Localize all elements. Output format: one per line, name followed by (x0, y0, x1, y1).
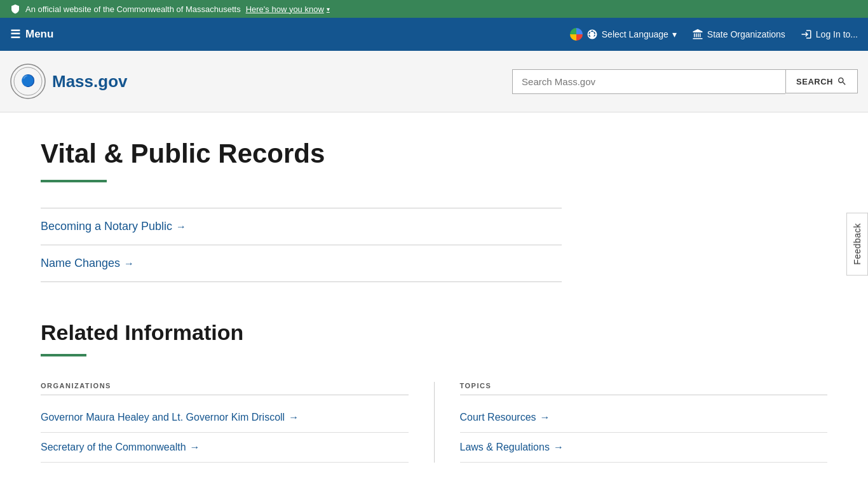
search-icon (837, 76, 847, 86)
becoming-notary-label: Becoming a Notary Public (41, 220, 172, 233)
arrow-icon: → (176, 221, 186, 233)
related-title-underline (41, 354, 86, 356)
becoming-notary-link[interactable]: Becoming a Notary Public → (41, 220, 562, 233)
how-to-know-link[interactable]: Here's how you know ▾ (246, 4, 330, 14)
state-organizations-label: State Organizations (707, 29, 785, 39)
nav-right: Select Language ▾ State Organizations Lo… (570, 28, 858, 41)
feedback-label: Feedback (852, 223, 862, 264)
select-language-item[interactable]: Select Language ▾ (570, 28, 677, 41)
list-item: Becoming a Notary Public → (41, 208, 562, 245)
google-translate-icon (570, 28, 583, 41)
select-language-label: Select Language (602, 29, 668, 39)
related-information-title: Related Information (41, 320, 827, 345)
search-button[interactable]: SEARCH (785, 69, 858, 93)
governor-link[interactable]: Governor Maura Healey and Lt. Governor K… (41, 412, 409, 423)
court-resources-label: Court Resources (460, 412, 536, 423)
name-changes-label: Name Changes (41, 257, 120, 270)
how-to-know-label: Here's how you know (246, 4, 324, 14)
ma-seal-icon: 🔵 (10, 64, 46, 99)
topics-column: TOPICS Court Resources → Laws & Regulati… (434, 382, 828, 463)
search-input[interactable] (512, 69, 785, 94)
state-organizations-item[interactable]: State Organizations (692, 29, 785, 40)
arrow-icon: → (540, 412, 550, 423)
list-item: Laws & Regulations → (460, 433, 828, 463)
login-label: Log In to... (816, 29, 858, 39)
login-item[interactable]: Log In to... (801, 29, 858, 40)
globe-icon (587, 29, 598, 40)
official-text: An official website of the Commonwealth … (25, 4, 241, 14)
list-item: Court Resources → (460, 403, 828, 433)
login-icon (801, 29, 812, 40)
nav-left: ☰ Menu (10, 27, 53, 41)
main-content: Vital & Public Records Becoming a Notary… (0, 112, 868, 488)
related-grid: ORGANIZATIONS Governor Maura Healey and … (41, 382, 827, 463)
page-title: Vital & Public Records (41, 138, 827, 170)
building-icon (692, 29, 703, 40)
links-list: Becoming a Notary Public → Name Changes … (41, 208, 562, 282)
menu-button[interactable]: ☰ Menu (10, 27, 53, 41)
related-information-section: Related Information ORGANIZATIONS Govern… (41, 320, 827, 463)
search-button-label: SEARCH (796, 77, 833, 86)
secretary-label: Secretary of the Commonwealth (41, 442, 186, 453)
title-underline (41, 180, 107, 182)
list-item: Name Changes → (41, 245, 562, 282)
site-logo[interactable]: 🔵 Mass.gov (10, 64, 128, 99)
secretary-link[interactable]: Secretary of the Commonwealth → (41, 442, 409, 453)
feedback-tab[interactable]: Feedback (846, 212, 868, 275)
arrow-icon: → (190, 442, 200, 453)
name-changes-link[interactable]: Name Changes → (41, 257, 562, 270)
organizations-column: ORGANIZATIONS Governor Maura Healey and … (41, 382, 434, 463)
list-item: Secretary of the Commonwealth → (41, 433, 409, 463)
arrow-icon: → (553, 442, 564, 453)
search-area: SEARCH (512, 69, 858, 94)
court-resources-link[interactable]: Court Resources → (460, 412, 828, 423)
shield-icon (10, 4, 20, 14)
organizations-heading: ORGANIZATIONS (41, 382, 409, 395)
topics-heading: TOPICS (460, 382, 828, 395)
site-name: Mass.gov (52, 72, 128, 92)
svg-text:🔵: 🔵 (21, 74, 36, 88)
arrow-icon: → (124, 258, 134, 269)
arrow-icon: → (288, 412, 299, 423)
governor-label: Governor Maura Healey and Lt. Governor K… (41, 412, 285, 423)
hamburger-icon: ☰ (10, 27, 20, 41)
nav-bar: ☰ Menu Select Language ▾ State Organizat… (0, 18, 868, 51)
site-header: 🔵 Mass.gov SEARCH (0, 51, 868, 112)
menu-label: Menu (25, 28, 53, 41)
laws-regulations-link[interactable]: Laws & Regulations → (460, 442, 828, 453)
list-item: Governor Maura Healey and Lt. Governor K… (41, 403, 409, 433)
language-chevron-icon: ▾ (672, 29, 677, 39)
chevron-down-icon: ▾ (327, 6, 330, 13)
official-banner: An official website of the Commonwealth … (0, 0, 868, 18)
laws-regulations-label: Laws & Regulations (460, 442, 550, 453)
